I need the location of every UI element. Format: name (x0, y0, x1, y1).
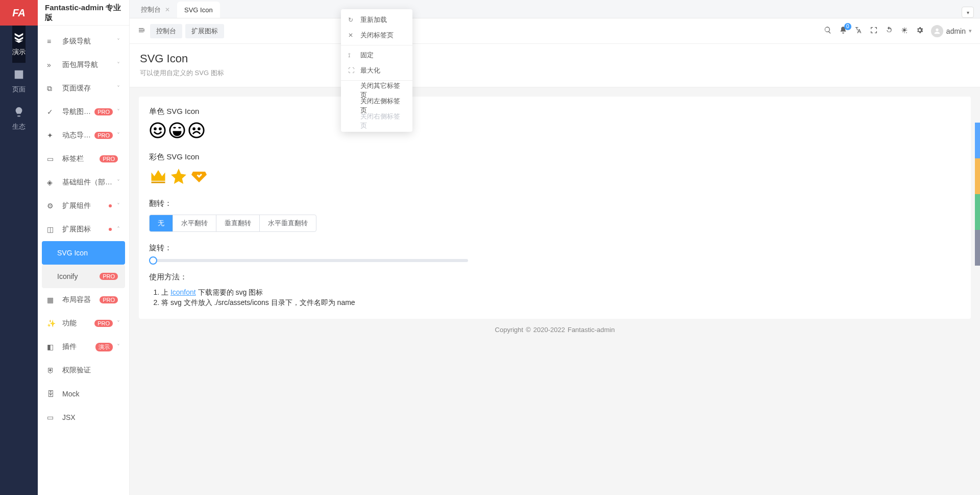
ctx-item-label: 关闭标签页 (360, 31, 394, 40)
sidebar-item-label: 标签栏 (62, 154, 100, 163)
main-sidebar: FA 演示页面生态 (0, 0, 38, 495)
usage-steps: 上 Iconfont 下载需要的 svg 图标 将 svg 文件放入 ./src… (149, 288, 961, 308)
usage-step-1: 上 Iconfont 下载需要的 svg 图标 (161, 288, 961, 297)
sidebar-item-label: 页面缓存 (62, 84, 115, 93)
svg-point-6 (199, 128, 200, 130)
bell-icon[interactable]: 0 (839, 26, 847, 36)
chevron-down-icon: ˅ (117, 343, 120, 350)
sidebar-item-icon: ▦ (47, 296, 57, 304)
search-icon[interactable] (824, 26, 832, 36)
main-nav-0[interactable]: 演示 (12, 26, 26, 63)
sidebar-item-label: 插件 (62, 342, 95, 351)
sidebar-item-6[interactable]: ◈基础组件（部分…˅ (42, 171, 125, 194)
sidebar-item-icon: ⧉ (47, 84, 57, 93)
color-strip[interactable] (975, 194, 980, 230)
sidebar-item-label: 多级导航 (62, 37, 115, 46)
svg-rect-7 (152, 182, 165, 183)
tab-0[interactable]: 控制台✕ (134, 2, 177, 18)
tab-1[interactable]: SVG Icon (177, 2, 220, 18)
flip-option-0[interactable]: 无 (150, 215, 173, 231)
main-nav-label: 生态 (12, 122, 26, 131)
sidebar-item-12[interactable]: ⛨权限验证 (42, 359, 125, 382)
ctx-item[interactable]: ⛶最大化 (341, 63, 412, 78)
settings-icon[interactable] (916, 26, 924, 36)
main-nav-2[interactable]: 生态 (12, 100, 26, 137)
sidebar-subitem-8-0[interactable]: SVG Icon (42, 241, 125, 265)
rotate-slider[interactable] (152, 259, 468, 262)
main-nav-label: 演示 (12, 48, 26, 57)
main-nav-icon (13, 69, 24, 83)
reload-page-icon[interactable] (885, 26, 893, 36)
ctx-item-label: 重新加载 (360, 15, 387, 25)
iconfont-link[interactable]: Iconfont (170, 288, 196, 296)
ctx-item[interactable]: 关闭左侧标签页 (341, 98, 412, 113)
sidebar-item-7[interactable]: ⚙扩展组件˅ (42, 194, 125, 218)
sidebar-subitem-8-1[interactable]: IconifyPRO (42, 265, 125, 288)
tab-close-icon[interactable]: ✕ (165, 6, 170, 13)
theme-icon[interactable] (900, 26, 909, 36)
chevron-down-icon: ˅ (117, 85, 120, 92)
main-nav-1[interactable]: 页面 (12, 63, 26, 100)
fullscreen-icon[interactable] (870, 26, 878, 36)
sidebar-item-icon: » (47, 61, 57, 69)
face-smile-icon (149, 122, 166, 143)
ctx-item[interactable]: 关闭其它标签页 (341, 83, 412, 98)
sidebar-item-label: Iconify (57, 272, 100, 280)
chevron-down-icon: ▾ (969, 28, 972, 34)
sidebar-item-3[interactable]: ✓导航图标激PRO˅ (42, 100, 125, 124)
sidebar-item-icon: ✨ (47, 319, 57, 327)
svg-point-4 (189, 123, 204, 137)
flip-option-3[interactable]: 水平垂直翻转 (260, 215, 316, 231)
slider-handle[interactable] (149, 256, 157, 265)
bell-badge: 0 (844, 23, 851, 30)
dot-badge (109, 204, 112, 207)
dot-badge (109, 228, 112, 231)
tabbar-more-button[interactable]: ▾ (962, 7, 974, 18)
flip-option-1[interactable]: 水平翻转 (173, 215, 216, 231)
ctx-item[interactable]: ✕关闭标签页 (341, 28, 412, 43)
sidebar-item-icon: ⚙ (47, 202, 57, 210)
page-header: SVG Icon 可以使用自定义的 SVG 图标 (130, 44, 980, 87)
svg-point-5 (193, 128, 195, 130)
flip-option-2[interactable]: 垂直翻转 (216, 215, 260, 231)
color-strip[interactable] (975, 230, 980, 266)
sidebar-item-9[interactable]: ▦布局容器PRO (42, 288, 125, 312)
chevron-down-icon: ˅ (117, 320, 120, 327)
sidebar-item-5[interactable]: ▭标签栏PRO (42, 147, 125, 171)
sidebar-item-0[interactable]: ≡多级导航˅ (42, 30, 125, 53)
sidebar-collapse-icon[interactable] (138, 26, 146, 36)
breadcrumb-0[interactable]: 控制台 (150, 24, 182, 38)
user-menu[interactable]: admin ▾ (931, 25, 972, 37)
sidebar-item-icon: ≡ (47, 37, 57, 45)
sidebar-item-11[interactable]: ◧插件演示˅ (42, 335, 125, 359)
sidebar-item-4[interactable]: ✦动态导航标PRO˅ (42, 124, 125, 147)
app-title: Fantastic-admin 专业版 (38, 0, 129, 26)
sidebar-item-14[interactable]: ▭JSX (42, 406, 125, 429)
ctx-item[interactable]: ↻重新加载 (341, 12, 412, 28)
sidebar-item-icon: ▭ (47, 413, 57, 421)
translate-icon[interactable] (854, 26, 863, 36)
color-strip[interactable] (975, 123, 980, 158)
sidebar-item-1[interactable]: »面包屑导航˅ (42, 53, 125, 77)
sidebar-item-label: 布局容器 (62, 295, 100, 304)
rotate-label: 旋转： (149, 243, 961, 253)
sidebar-item-13[interactable]: 🗄Mock (42, 382, 125, 406)
sidebar-item-icon: ✓ (47, 108, 57, 116)
sidebar-item-8[interactable]: ◫扩展图标˄ (42, 218, 125, 241)
demo-badge: 演示 (95, 343, 113, 351)
tabbar: 控制台✕SVG Icon ▾ (130, 0, 980, 18)
sidebar-item-2[interactable]: ⧉页面缓存˅ (42, 77, 125, 100)
color-strips (975, 123, 980, 266)
pro-badge: PRO (94, 320, 113, 327)
ctx-item[interactable]: ⟟固定 (341, 48, 412, 63)
color-strip[interactable] (975, 158, 980, 194)
pro-badge: PRO (100, 155, 118, 162)
breadcrumb-1[interactable]: 扩展图标 (185, 24, 224, 38)
sidebar-item-label: 动态导航标 (62, 131, 94, 140)
star-icon (169, 167, 188, 190)
main-area: 控制台✕SVG Icon ▾ 控制台扩展图标 0 (130, 0, 980, 495)
sidebar-item-icon: ⛨ (47, 366, 57, 374)
sidebar-item-10[interactable]: ✨功能PRO˅ (42, 312, 125, 335)
pro-badge: PRO (100, 273, 118, 280)
tab-label: 控制台 (141, 5, 161, 14)
